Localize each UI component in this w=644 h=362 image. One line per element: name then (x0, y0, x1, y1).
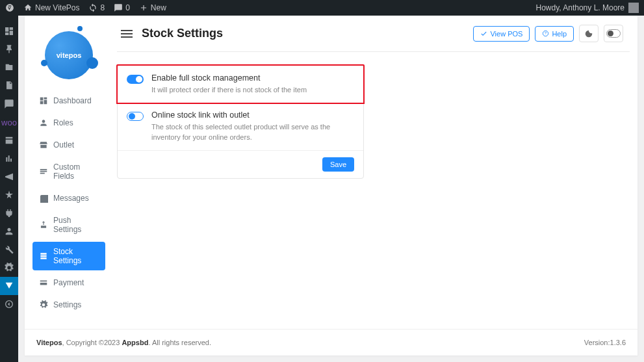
updates-link[interactable]: 8 (88, 3, 105, 12)
sidebar-item-custom-fields[interactable]: Custom Fields (32, 157, 105, 186)
sidebar-item-label: Dashboard (53, 96, 92, 105)
logo: vitepos (32, 23, 105, 91)
sidebar-item-label: Push Settings (53, 216, 99, 234)
wp-menu-marketing[interactable] (0, 168, 18, 186)
comments-link[interactable]: 0 (114, 3, 130, 12)
sidebar-item-label: Custom Fields (53, 162, 99, 181)
gear-icon (39, 300, 48, 309)
sidebar-item-label: Outlet (53, 140, 74, 149)
sidebar-item-label: Settings (53, 300, 81, 309)
setting-title: Enable full stock management (151, 73, 354, 83)
setting-title: Online stock link with outlet (151, 110, 354, 120)
store-icon (39, 140, 48, 149)
new-link[interactable]: New (139, 3, 166, 12)
view-pos-button[interactable]: View POS (473, 26, 530, 42)
wp-menu-collapse[interactable] (0, 295, 18, 313)
users-icon (39, 118, 48, 127)
wp-menu-appearance[interactable] (0, 186, 18, 204)
sidebar-item-stock-settings[interactable]: Stock Settings (32, 242, 105, 270)
wp-menu-plugins[interactable] (0, 204, 18, 222)
wp-menu-pages[interactable] (0, 77, 18, 95)
sidebar-item-payment[interactable]: Payment (32, 273, 105, 292)
wp-menu-dashboard[interactable] (0, 22, 18, 40)
dashboard-icon (39, 96, 48, 105)
howdy-user[interactable]: Howdy, Anthony L. Moore (535, 3, 625, 12)
message-icon (39, 194, 48, 203)
sidebar-item-push-settings[interactable]: Push Settings (32, 211, 105, 239)
site-link[interactable]: New VitePos (23, 3, 79, 12)
wp-menu-comments[interactable] (0, 95, 18, 113)
sidebar-item-outlet[interactable]: Outlet (32, 135, 105, 155)
wp-menu-woo[interactable]: woo (0, 113, 18, 131)
svg-text:?: ? (545, 31, 547, 35)
sidebar-item-label: Roles (53, 118, 73, 127)
wp-logo[interactable] (5, 3, 14, 12)
setting-enable-full-stock: Enable full stock management It will pro… (116, 64, 365, 104)
push-icon (39, 220, 48, 229)
sidebar-item-settings[interactable]: Settings (32, 295, 105, 315)
wp-menu-media[interactable] (0, 58, 18, 77)
wp-menu-tools[interactable] (0, 240, 18, 259)
settings-panel: Enable full stock management It will pro… (117, 65, 364, 179)
toggle-enable-full-stock[interactable] (127, 75, 144, 84)
wp-menu-users[interactable] (0, 222, 18, 240)
payment-icon (39, 278, 48, 287)
wp-menu-settings[interactable] (0, 259, 18, 277)
menu-toggle[interactable] (121, 28, 133, 40)
wp-admin-sidebar: woo (0, 16, 18, 362)
layout-toggle[interactable] (604, 25, 623, 42)
setting-desc: The stock of this selected outlet produc… (151, 122, 354, 142)
sidebar-item-roles[interactable]: Roles (32, 113, 105, 133)
wp-admin-bar: New VitePos 8 0 New Howdy, Anthony L. Mo… (0, 0, 644, 16)
wp-menu-products[interactable] (0, 131, 18, 149)
save-button[interactable]: Save (322, 157, 354, 172)
help-button[interactable]: ?Help (535, 26, 574, 42)
sidebar-item-label: Payment (53, 278, 84, 287)
toggle-online-stock-link[interactable] (127, 112, 144, 121)
wp-menu-vitepos[interactable] (0, 277, 18, 295)
stock-icon (39, 252, 48, 261)
sidebar-item-label: Messages (53, 194, 89, 203)
app-footer: Vitepos, Copyright ©2023 Appsbd. All rig… (25, 329, 638, 356)
setting-desc: It will protect order if there is not st… (151, 85, 354, 95)
app-sidebar: vitepos Dashboard Roles Outlet Custom Fi… (25, 16, 109, 329)
sidebar-item-messages[interactable]: Messages (32, 188, 105, 208)
user-avatar[interactable] (628, 3, 639, 13)
wp-menu-pin[interactable] (0, 40, 18, 58)
dark-mode-toggle[interactable] (579, 25, 599, 42)
page-title: Stock Settings (142, 27, 223, 40)
fields-icon (39, 167, 48, 176)
sidebar-item-dashboard[interactable]: Dashboard (32, 91, 105, 110)
setting-online-stock-link: Online stock link with outlet The stock … (118, 103, 363, 150)
wp-menu-analytics[interactable] (0, 149, 18, 168)
sidebar-item-label: Stock Settings (53, 247, 99, 265)
